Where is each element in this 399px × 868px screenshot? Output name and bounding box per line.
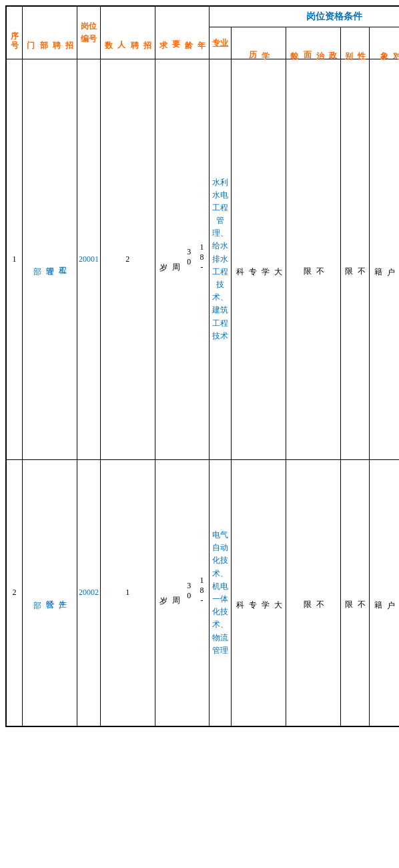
table-row: 2 生产经营部 20002 1 18-30周岁 电气自动化技术、机电一体化技术、… bbox=[6, 459, 399, 726]
cell-major-1: 水利水电工程管理、给水排水工程技术、建筑工程技术 bbox=[210, 59, 232, 459]
cell-political-2: 不限 bbox=[286, 459, 341, 726]
header-edu: 学历 bbox=[232, 27, 286, 59]
header-row-1: 序 号 招聘部门 岗位编号 招聘人数 年龄要求 岗位资格条件 备 bbox=[6, 6, 399, 27]
header-qualification: 岗位资格条件 bbox=[210, 6, 399, 27]
header-post-no: 岗位编号 bbox=[77, 6, 100, 59]
cell-num-1: 2 bbox=[100, 59, 155, 459]
table-row: 1 工程管理部 20001 2 18-30周岁 水利水电工程管理、给水排水工程技… bbox=[6, 59, 399, 459]
header-major: 专业 bbox=[210, 27, 232, 59]
header-recruit-target: 招聘对象 bbox=[370, 27, 399, 59]
cell-edu-1: 大学专科 bbox=[232, 59, 286, 459]
cell-postno-2: 20002 bbox=[77, 459, 100, 726]
cell-num-2: 1 bbox=[100, 459, 155, 726]
cell-major-2: 电气自动化技术、机电一体化技术、物流管理 bbox=[210, 459, 232, 726]
main-table: 序 号 招聘部门 岗位编号 招聘人数 年龄要求 岗位资格条件 备 bbox=[5, 5, 399, 727]
header-gender: 性别 bbox=[340, 27, 369, 59]
cell-political-1: 不限 bbox=[286, 59, 341, 459]
cell-dept-2: 生产经营部 bbox=[23, 459, 77, 726]
header-recruit-num: 招聘人数 bbox=[100, 6, 155, 59]
cell-seq-2: 2 bbox=[6, 459, 23, 726]
cell-edu-2: 大学专科 bbox=[232, 459, 286, 726]
table-container: 序 号 招聘部门 岗位编号 招聘人数 年龄要求 岗位资格条件 备 bbox=[0, 0, 399, 732]
cell-age-2: 18-30周岁 bbox=[155, 459, 210, 726]
header-political: 政治面貌 bbox=[286, 27, 341, 59]
cell-dept-1: 工程管理部 bbox=[23, 59, 77, 459]
cell-age-1: 18-30周岁 bbox=[155, 59, 210, 459]
cell-postno-1: 20001 bbox=[77, 59, 100, 459]
cell-seq-1: 1 bbox=[6, 59, 23, 459]
cell-gender-2: 不限 bbox=[340, 459, 369, 726]
header-seq: 序 号 bbox=[6, 6, 23, 59]
header-age: 年龄要求 bbox=[155, 6, 210, 59]
cell-target-2: 宁化县户籍 bbox=[370, 459, 399, 726]
header-dept: 招聘部门 bbox=[23, 6, 77, 59]
cell-target-1: 宁化县户籍 bbox=[370, 59, 399, 459]
cell-gender-1: 不限 bbox=[340, 59, 369, 459]
